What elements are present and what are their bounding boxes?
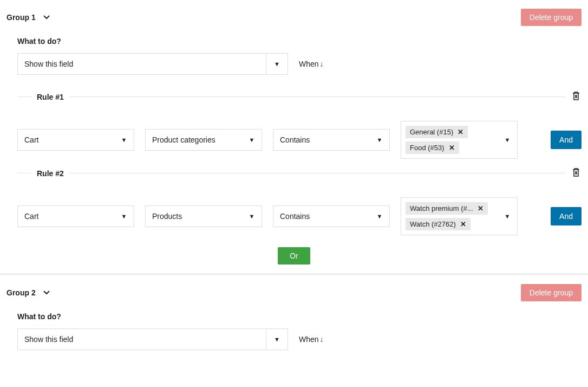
group-2: Group 2 Delete group What to do? Show th… [0,275,588,359]
trash-icon[interactable] [571,90,582,104]
caret-down-icon: ▼ [114,206,134,227]
divider [17,173,31,173]
delete-group-button[interactable]: Delete group [521,9,582,26]
group-title-toggle[interactable]: Group 2 [6,288,50,297]
tag-label: General (#15) [410,128,453,136]
tag-label: Watch (#2762) [410,220,456,228]
source-select[interactable]: Cart ▼ [17,129,134,151]
caret-down-icon: ▼ [498,198,517,235]
when-label: When ↓ [299,60,324,68]
action-select-value: Show this field [18,60,266,68]
divider [69,173,565,173]
caret-down-icon: ▼ [242,206,262,227]
rule-fields: Cart ▼ Products ▼ Contains ▼ Watch premi… [17,197,582,235]
rule-header: Rule #1 [17,90,582,104]
tag-container: Watch premium (#... ✕ Watch (#2762) ✕ [401,198,498,235]
action-select-value: Show this field [18,335,266,344]
what-to-do-label: What to do? [17,312,582,321]
group-title-text: Group 1 [6,13,36,22]
and-button[interactable]: And [551,131,582,149]
group-header: Group 2 Delete group [6,284,582,301]
delete-group-button[interactable]: Delete group [521,284,582,301]
close-icon[interactable]: ✕ [478,204,484,212]
caret-down-icon: ▼ [266,54,288,74]
caret-down-icon: ▼ [498,121,517,158]
action-select[interactable]: Show this field ▼ [17,53,288,75]
divider [17,96,31,97]
when-label: When ↓ [299,335,324,344]
operator-value: Contains [273,136,370,144]
tag-container: General (#15) ✕ Food (#53) ✕ [401,121,498,158]
rule-1: Rule #1 Cart ▼ Product categories ▼ Cont… [6,90,582,159]
value-multiselect[interactable]: General (#15) ✕ Food (#53) ✕ ▼ [401,121,518,159]
and-button[interactable]: And [551,207,582,225]
operator-select[interactable]: Contains ▼ [273,129,390,151]
operator-select[interactable]: Contains ▼ [273,205,390,227]
divider [69,96,565,97]
source-value: Cart [18,136,114,144]
close-icon[interactable]: ✕ [449,144,455,152]
source-value: Cart [18,212,114,221]
value-multiselect[interactable]: Watch premium (#... ✕ Watch (#2762) ✕ ▼ [401,197,518,235]
attribute-value: Product categories [146,136,242,144]
rule-fields: Cart ▼ Product categories ▼ Contains ▼ G… [17,121,582,159]
chevron-down-icon [43,14,50,21]
caret-down-icon: ▼ [114,130,134,150]
caret-down-icon: ▼ [242,130,262,150]
chevron-down-icon [43,289,50,296]
operator-value: Contains [273,212,370,221]
what-to-do-label: What to do? [17,37,582,46]
group-header: Group 1 Delete group [6,9,582,26]
tag: Watch premium (#... ✕ [406,202,488,215]
source-select[interactable]: Cart ▼ [17,205,134,227]
what-to-do-row: Show this field ▼ When ↓ [17,328,582,350]
arrow-down-icon: ↓ [320,60,324,68]
group-title-toggle[interactable]: Group 1 [6,13,50,22]
rule-2: Rule #2 Cart ▼ Products ▼ Contains ▼ [6,166,582,235]
caret-down-icon: ▼ [370,206,389,227]
caret-down-icon: ▼ [370,130,389,150]
close-icon[interactable]: ✕ [458,128,463,136]
rule-title: Rule #1 [31,93,69,101]
what-to-do-section: What to do? Show this field ▼ When ↓ [6,37,582,75]
what-to-do-section: What to do? Show this field ▼ When ↓ [6,312,582,350]
arrow-down-icon: ↓ [320,335,324,344]
group-title-text: Group 2 [6,288,36,297]
rule-title: Rule #2 [31,169,69,178]
rule-header: Rule #2 [17,166,582,180]
what-to-do-row: Show this field ▼ When ↓ [17,53,582,75]
tag: General (#15) ✕ [406,126,468,138]
close-icon[interactable]: ✕ [460,220,466,228]
tag-label: Food (#53) [410,144,445,152]
attribute-select[interactable]: Product categories ▼ [145,129,262,151]
tag-label: Watch premium (#... [410,204,473,212]
or-button[interactable]: Or [278,247,310,265]
tag: Watch (#2762) ✕ [406,218,471,230]
caret-down-icon: ▼ [266,329,288,350]
group-1: Group 1 Delete group What to do? Show th… [0,0,588,275]
tag: Food (#53) ✕ [406,141,459,154]
or-row: Or [6,247,582,265]
attribute-value: Products [146,212,242,221]
attribute-select[interactable]: Products ▼ [145,205,262,227]
trash-icon[interactable] [571,166,582,180]
action-select[interactable]: Show this field ▼ [17,328,288,350]
